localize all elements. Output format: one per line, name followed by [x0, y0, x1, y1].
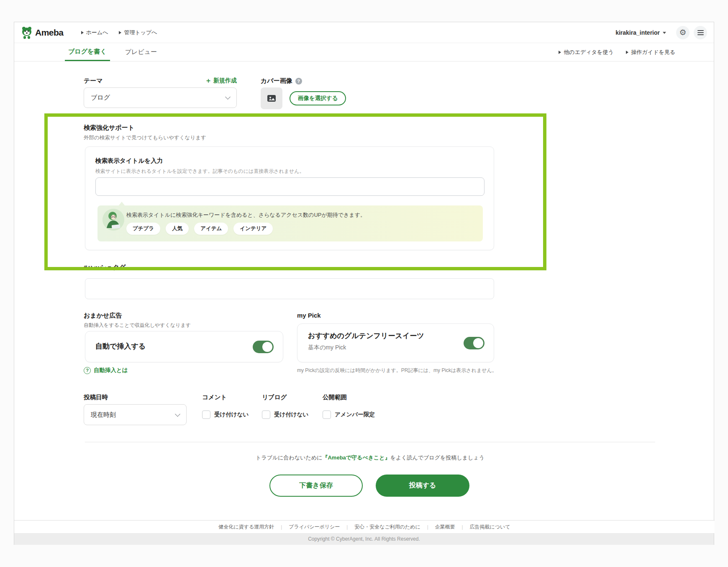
- settings-button[interactable]: ⚙: [676, 26, 690, 39]
- tab-preview[interactable]: プレビュー: [122, 43, 160, 61]
- divider: [85, 442, 655, 442]
- gear-icon: ⚙: [679, 28, 686, 36]
- my-pick-note: my Pickの設定の反映には時間がかかります。PR記事には、my Pickは表…: [297, 367, 497, 374]
- keyword-tip-box: 検索表示タイトルに検索強化キーワードを含めると、さらなるアクセス数のUPが期待で…: [97, 205, 483, 241]
- my-pick-card: おすすめのグルテンフリースイーツ 基本のmy Pick: [297, 323, 494, 362]
- keyword-tag[interactable]: インテリア: [233, 223, 273, 235]
- my-pick-item-title: おすすめのグルテンフリースイーツ: [308, 331, 424, 341]
- ameba-logo[interactable]: Ameba: [21, 26, 64, 39]
- arrow-right-icon: [119, 31, 121, 34]
- footer-link[interactable]: 安心・安全なご利用のために: [349, 523, 426, 531]
- search-support-title: 検索強化サポート: [84, 124, 134, 132]
- mascot-avatar: [103, 209, 124, 231]
- account-name: kirakira_interior: [615, 29, 660, 36]
- arrow-right-icon: [81, 31, 84, 34]
- footer-link[interactable]: 企業概要: [430, 523, 460, 531]
- auto-ad-subtitle: 自動挿入をすることで収益化しやすくなります: [84, 322, 191, 329]
- auto-insert-toggle[interactable]: [253, 341, 274, 353]
- speech-bubble-tail: [118, 202, 125, 206]
- footer-link[interactable]: 広告掲載について: [464, 523, 515, 531]
- footer-separator: ｜: [345, 524, 349, 530]
- create-theme-button[interactable]: ＋ 新規作成: [194, 77, 237, 85]
- search-support-subtitle: 外部の検索サイトで見つけてもらいやすくなります: [84, 134, 206, 141]
- my-pick-toggle[interactable]: [464, 337, 484, 349]
- post-datetime-value: 現在時刻: [91, 411, 116, 419]
- comment-checkbox[interactable]: [202, 410, 210, 419]
- toggle-knob: [473, 338, 483, 348]
- comment-checkbox-row[interactable]: 受け付けない: [202, 410, 249, 419]
- visibility-label: 公開範囲: [323, 393, 347, 401]
- plus-icon: ＋: [205, 77, 212, 84]
- my-pick-title: my Pick: [297, 312, 321, 319]
- reblog-label: リブログ: [262, 393, 287, 401]
- footer-separator: ｜: [426, 524, 430, 530]
- search-support-card: 検索表示タイトルを入力 検索サイトに表示されるタイトルを設定できます。記事そのも…: [85, 146, 494, 250]
- auto-ad-card: 自動で挿入する: [85, 331, 283, 362]
- arrow-right-icon: [559, 51, 561, 54]
- chevron-down-icon: [175, 411, 180, 417]
- hashtag-input[interactable]: [85, 278, 494, 299]
- keyword-tags: プチプラ 人気 アイテム インテリア: [126, 223, 273, 235]
- app-window: Ameba ホームへ 管理トップへ kirakira_interior ⚙ ブロ…: [14, 22, 714, 545]
- menu-button[interactable]: [694, 26, 707, 39]
- cover-image-label: カバー画像 ?: [261, 77, 302, 85]
- reblog-checkbox[interactable]: [262, 410, 270, 419]
- theme-label: テーマ: [84, 77, 103, 85]
- help-icon[interactable]: ?: [295, 78, 302, 85]
- theme-selected-value: ブログ: [91, 94, 110, 102]
- image-icon: [267, 93, 277, 103]
- other-editor-link[interactable]: 他のエディタを使う: [559, 49, 613, 56]
- comment-label: コメント: [202, 393, 227, 401]
- save-draft-button[interactable]: 下書き保存: [269, 475, 363, 497]
- visibility-checkbox[interactable]: [323, 410, 331, 419]
- tab-write-blog[interactable]: ブログを書く: [65, 43, 110, 61]
- breadcrumb-home-link[interactable]: ホームへ: [81, 29, 108, 36]
- header: Ameba ホームへ 管理トップへ kirakira_interior ⚙: [14, 22, 714, 43]
- tab-bar: ブログを書く プレビュー 他のエディタを使う 操作ガイドを見る: [14, 43, 714, 62]
- guideline-link[interactable]: 『Amebaで守るべきこと』: [322, 454, 390, 461]
- search-title-input[interactable]: [95, 177, 484, 196]
- keyword-tag[interactable]: プチプラ: [126, 223, 160, 235]
- footer-separator: ｜: [279, 524, 284, 530]
- question-circle-icon: ?: [84, 367, 91, 374]
- ameba-mascot-icon: [21, 26, 33, 39]
- post-datetime-label: 投稿日時: [84, 393, 108, 401]
- footer-link[interactable]: 健全化に資する運用方針: [213, 523, 279, 531]
- footer-separator: ｜: [460, 524, 465, 530]
- account-menu[interactable]: kirakira_interior: [615, 29, 666, 36]
- hamburger-icon: [697, 30, 704, 35]
- footer-links: 健全化に資する運用方針 ｜ プライバシーポリシー ｜ 安心・安全なご利用のために…: [14, 520, 715, 533]
- chevron-down-icon: [225, 94, 231, 100]
- auto-insert-label: 自動で挿入する: [95, 341, 146, 351]
- hashtag-label: #ハッシュタグ: [84, 264, 126, 272]
- reblog-checkbox-row[interactable]: 受け付けない: [262, 410, 308, 419]
- footer-link[interactable]: プライバシーポリシー: [284, 523, 345, 531]
- my-pick-item-subtitle: 基本のmy Pick: [308, 344, 346, 351]
- toggle-knob: [262, 342, 272, 352]
- chevron-down-icon: [663, 32, 666, 34]
- logo-wordmark: Ameba: [35, 28, 64, 38]
- theme-select[interactable]: ブログ: [84, 87, 237, 108]
- visibility-checkbox-row[interactable]: アメンバー限定: [323, 410, 375, 419]
- guide-link[interactable]: 操作ガイドを見る: [626, 49, 675, 56]
- auto-insert-help-link[interactable]: ? 自動挿入とは: [84, 367, 128, 374]
- keyword-tip-text: 検索表示タイトルに検索強化キーワードを含めると、さらなるアクセス数のUPが期待で…: [126, 211, 366, 219]
- breadcrumb-admin-link[interactable]: 管理トップへ: [119, 29, 157, 36]
- tab-bar-links: 他のエディタを使う 操作ガイドを見る: [559, 43, 675, 61]
- keyword-tag[interactable]: 人気: [166, 223, 189, 235]
- breadcrumb: ホームへ 管理トップへ: [81, 29, 157, 36]
- search-title-input-description: 検索サイトに表示されるタイトルを設定できます。記事そのものには直接表示されません…: [95, 168, 305, 175]
- arrow-right-icon: [626, 51, 628, 54]
- auto-ad-title: おまかせ広告: [84, 312, 122, 320]
- post-datetime-select[interactable]: 現在時刻: [84, 404, 187, 425]
- guideline-note: トラブルに合わないために『Amebaで守るべきこと』をよく読んでブログを投稿しま…: [85, 454, 655, 462]
- publish-button[interactable]: 投稿する: [376, 475, 469, 497]
- keyword-tag[interactable]: アイテム: [194, 223, 228, 235]
- select-image-button[interactable]: 画像を選択する: [290, 91, 346, 105]
- search-title-input-label: 検索表示タイトルを入力: [95, 157, 163, 165]
- cover-image-placeholder[interactable]: [261, 87, 282, 109]
- copyright-text: Copyright © CyberAgent, Inc. All Rights …: [14, 533, 714, 545]
